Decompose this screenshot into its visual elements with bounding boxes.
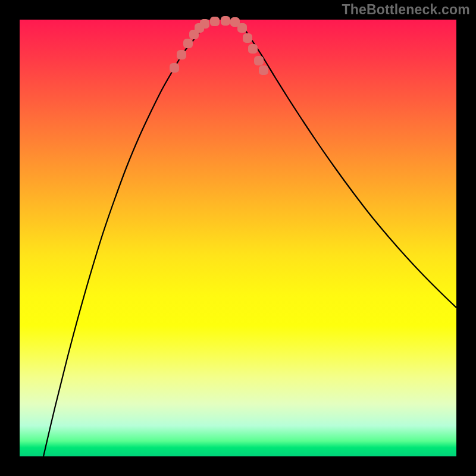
highlight-dot xyxy=(259,65,268,75)
curve-left-curve xyxy=(43,29,202,456)
highlight-dot xyxy=(210,17,220,26)
marker-layer xyxy=(170,16,268,75)
highlight-dot xyxy=(177,50,186,60)
highlight-dot xyxy=(254,56,264,65)
highlight-dot xyxy=(183,39,193,48)
highlight-dot xyxy=(248,44,258,54)
highlight-dot xyxy=(221,16,230,26)
highlight-dot xyxy=(200,19,209,29)
chart-svg xyxy=(20,20,456,456)
highlight-dot xyxy=(170,63,179,73)
curve-right-curve xyxy=(245,29,456,308)
curve-layer xyxy=(43,21,456,456)
plot-area xyxy=(20,20,456,456)
highlight-dot xyxy=(237,23,247,33)
highlight-dot xyxy=(243,33,252,43)
chart-frame: TheBottleneck.com xyxy=(0,0,476,476)
watermark-label: TheBottleneck.com xyxy=(342,2,470,18)
